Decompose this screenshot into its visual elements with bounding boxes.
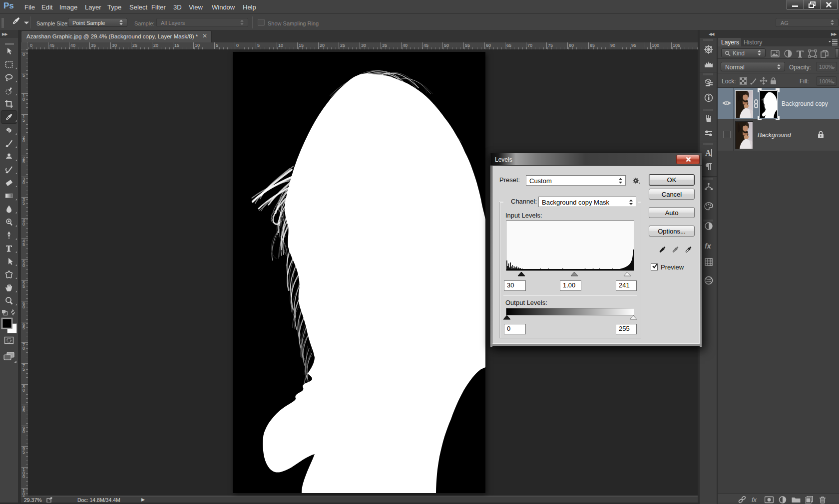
svg-text:fx: fx [752, 496, 757, 504]
svg-text:A: A [705, 149, 711, 157]
svg-text:fx: fx [705, 242, 712, 250]
